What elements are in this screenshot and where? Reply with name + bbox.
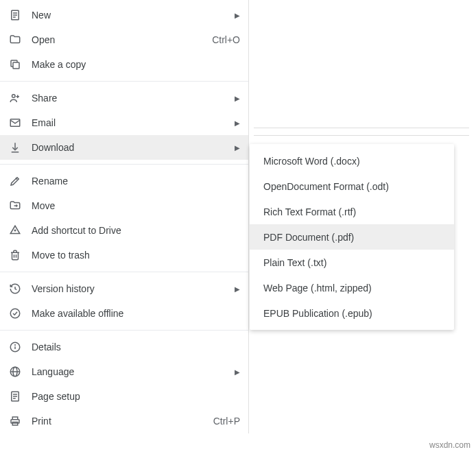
separator [0,164,248,165]
submenu-label: OpenDocument Format (.odt) [263,181,389,192]
menu-item-share[interactable]: Share ▶ [0,86,248,110]
svg-rect-4 [13,62,19,69]
globe-icon [8,365,22,379]
menu-label: Language [32,366,229,377]
watermark: wsxdn.com [429,440,471,450]
menu-label: Details [32,342,240,353]
menu-label: Email [32,117,229,128]
submenu-label: Plain Text (.txt) [263,257,326,268]
menu-item-move-to-trash[interactable]: Move to trash [0,243,248,267]
menu-item-make-copy[interactable]: Make a copy [0,52,248,77]
submenu-label: Microsoft Word (.docx) [263,156,360,167]
menu-item-language[interactable]: Language ▶ [0,359,248,384]
shortcut-text: Ctrl+P [213,416,240,427]
chevron-right-icon: ▶ [235,119,240,127]
svg-point-5 [12,95,16,98]
separator [0,272,248,272]
menu-item-add-shortcut[interactable]: Add shortcut to Drive [0,218,248,243]
submenu-item-html[interactable]: Web Page (.html, zipped) [250,275,454,300]
chevron-right-icon: ▶ [235,285,240,293]
menu-label: Open [32,34,212,45]
menu-label: Version history [32,283,229,294]
chevron-right-icon: ▶ [235,12,240,19]
submenu-item-epub[interactable]: EPUB Publication (.epub) [250,300,454,326]
offline-icon [8,307,22,320]
separator [0,81,248,82]
chevron-right-icon: ▶ [235,95,240,102]
menu-label: Move to trash [32,250,240,261]
submenu-label: Rich Text Format (.rtf) [263,206,356,217]
print-icon [8,414,22,428]
submenu-item-docx[interactable]: Microsoft Word (.docx) [250,148,454,174]
submenu-item-rtf[interactable]: Rich Text Format (.rtf) [250,199,454,224]
menu-label: Add shortcut to Drive [32,225,240,236]
menu-item-print[interactable]: Print Ctrl+P [0,409,248,433]
download-icon [8,141,22,154]
menu-label: Move [32,200,240,211]
separator [0,330,248,331]
menu-item-email[interactable]: Email ▶ [0,110,248,135]
document-icon [8,8,22,22]
submenu-item-odt[interactable]: OpenDocument Format (.odt) [250,174,454,199]
submenu-label: PDF Document (.pdf) [263,232,354,243]
submenu-item-pdf[interactable]: PDF Document (.pdf) [250,224,454,250]
menu-label: Download [32,142,229,153]
menu-item-make-available-offline[interactable]: Make available offline [0,301,248,326]
svg-point-13 [10,309,20,318]
pencil-icon [8,174,22,188]
menu-item-open[interactable]: Open Ctrl+O [0,27,248,52]
move-icon [8,199,22,213]
submenu-item-txt[interactable]: Plain Text (.txt) [250,250,454,275]
email-icon [8,116,22,130]
add-shortcut-icon [8,224,22,237]
chevron-right-icon: ▶ [235,368,240,376]
menu-item-details[interactable]: Details [0,335,248,359]
copy-icon [8,58,22,71]
menu-label: Make a copy [32,59,240,70]
chevron-right-icon: ▶ [235,144,240,152]
history-icon [8,282,22,296]
menu-item-page-setup[interactable]: Page setup [0,384,248,409]
menu-label: Print [32,416,213,427]
menu-label: Page setup [32,391,240,402]
folder-icon [8,33,22,47]
menu-label: Make available offline [32,308,240,319]
submenu-label: Web Page (.html, zipped) [263,283,372,294]
info-icon [8,340,22,354]
file-menu: New ▶ Open Ctrl+O Make a copy Share ▶ Em… [0,0,249,433]
menu-item-rename[interactable]: Rename [0,169,248,193]
shortcut-text: Ctrl+O [212,34,240,45]
menu-item-version-history[interactable]: Version history ▶ [0,276,248,301]
menu-item-move[interactable]: Move [0,193,248,218]
submenu-label: EPUB Publication (.epub) [263,308,372,319]
background-lines [254,128,469,143]
menu-label: New [32,10,229,21]
download-submenu: Microsoft Word (.docx) OpenDocument Form… [250,144,454,330]
trash-icon [8,248,22,262]
page-setup-icon [8,390,22,403]
menu-label: Rename [32,176,240,187]
svg-point-16 [15,345,16,346]
share-icon [8,91,22,105]
menu-label: Share [32,93,229,104]
menu-item-download[interactable]: Download ▶ [0,135,248,160]
menu-item-new[interactable]: New ▶ [0,3,248,27]
